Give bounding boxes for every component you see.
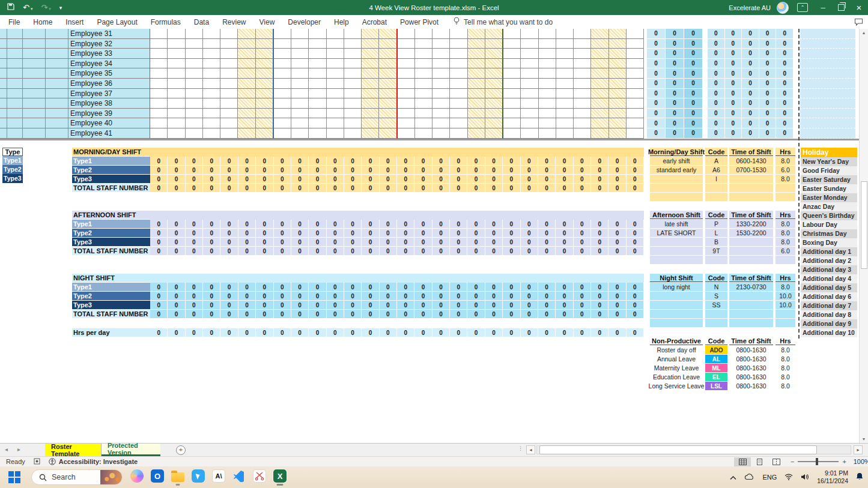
shift-value-cell[interactable]: 0 [609,310,626,319]
shift-value-cell[interactable]: 0 [327,157,344,166]
shift-value-cell[interactable]: 0 [503,220,520,229]
shift-value-cell[interactable]: 0 [591,238,609,247]
minimize-button[interactable]: – [814,0,832,15]
day-cell[interactable] [574,49,591,59]
day-cell[interactable] [521,98,538,109]
shift-value-cell[interactable]: 0 [150,175,168,184]
day-cell[interactable] [485,39,503,49]
day-cell[interactable] [468,109,485,119]
day-cell[interactable] [627,39,644,49]
day-cell[interactable] [168,89,185,99]
side-code-cell[interactable]: A [705,157,727,165]
shift-value-cell[interactable]: 0 [362,238,379,247]
day-cell[interactable] [203,109,220,119]
day-cell[interactable] [574,128,591,139]
day-cell[interactable] [432,68,450,79]
day-cell[interactable] [186,128,203,139]
day-cell[interactable] [503,109,521,119]
holiday-item[interactable]: Additional day 1 [801,247,857,256]
shift-value-cell[interactable]: 0 [591,166,609,175]
day-cell[interactable] [503,59,521,69]
shift-value-cell[interactable]: 0 [150,166,168,175]
left-cell[interactable] [46,39,68,49]
day-cell[interactable] [309,118,326,128]
day-cell[interactable] [539,59,556,69]
shift-value-cell[interactable]: 0 [344,238,362,247]
summary-cell[interactable]: 0 [708,109,725,119]
day-cell[interactable] [521,68,538,79]
day-cell[interactable] [574,39,591,49]
day-cell[interactable] [220,29,238,39]
shift-value-cell[interactable]: 0 [556,184,573,193]
blue-app-icon[interactable] [191,469,205,483]
side-name-cell[interactable] [650,256,703,264]
day-cell[interactable] [450,49,467,59]
shift-value-cell[interactable]: 0 [609,247,626,256]
employee-name-cell[interactable]: Employee 31 [68,29,150,39]
summary-cell[interactable]: 0 [725,68,742,79]
day-cell[interactable] [327,39,344,49]
shift-value-cell[interactable]: 0 [274,310,291,319]
day-cell[interactable] [468,118,485,128]
shift-value-cell[interactable]: 0 [309,157,326,166]
day-cell[interactable] [556,98,574,109]
side-time-cell[interactable] [729,184,773,192]
shift-value-cell[interactable]: 0 [397,301,414,310]
shift-value-cell[interactable]: 0 [450,292,467,301]
shift-value-cell[interactable]: 0 [609,283,626,292]
employee-name-cell[interactable]: Employee 38 [68,98,150,109]
side-name-cell[interactable]: Maternity Leave [650,364,703,372]
day-cell[interactable] [238,128,255,139]
page-break-preview-button[interactable] [768,457,785,466]
day-cell[interactable] [238,39,255,49]
shift-value-cell[interactable]: 0 [168,220,185,229]
shift-value-cell[interactable]: 0 [432,310,450,319]
day-cell[interactable] [432,118,450,128]
shift-value-cell[interactable]: 0 [591,310,609,319]
summary-cell[interactable]: 0 [776,29,794,39]
day-cell[interactable] [591,39,609,49]
day-cell[interactable] [627,29,644,39]
day-cell[interactable] [485,29,503,39]
day-cell[interactable] [327,68,344,79]
day-cell[interactable] [238,89,255,99]
day-cell[interactable] [362,59,379,69]
day-cell[interactable] [521,39,538,49]
left-cell[interactable] [23,49,46,59]
day-cell[interactable] [327,29,344,39]
shift-value-cell[interactable]: 0 [150,157,168,166]
shift-value-cell[interactable]: 0 [291,247,309,256]
hscroll-left-arrow[interactable]: ◂ [526,445,535,454]
comments-icon[interactable] [854,18,863,28]
summary-cell[interactable]: 0 [725,29,742,39]
shift-value-cell[interactable]: 0 [309,238,326,247]
left-cell[interactable] [46,109,68,119]
day-cell[interactable] [539,118,556,128]
day-cell[interactable] [168,128,185,139]
shift-value-cell[interactable]: 0 [220,184,238,193]
day-cell[interactable] [256,109,274,119]
summary-cell[interactable]: 0 [647,39,666,49]
shift-value-cell[interactable]: 0 [397,229,414,238]
shift-value-cell[interactable]: 0 [327,229,344,238]
side-hrs-cell[interactable]: 8.0 [775,382,795,390]
day-cell[interactable] [485,128,503,139]
left-cell[interactable] [0,128,7,139]
shift-value-cell[interactable]: 0 [627,301,644,310]
day-cell[interactable] [344,89,362,99]
summary-cell[interactable]: 0 [759,89,777,99]
day-cell[interactable] [574,109,591,119]
shift-value-cell[interactable]: 0 [538,283,556,292]
day-cell[interactable] [503,79,521,89]
shift-value-cell[interactable]: 0 [591,220,609,229]
left-cell[interactable] [7,118,23,128]
day-cell[interactable] [485,68,503,79]
shift-value-cell[interactable]: 0 [186,238,203,247]
shift-value-cell[interactable]: 0 [397,220,414,229]
left-cell[interactable] [23,79,46,89]
day-cell[interactable] [627,49,644,59]
shift-value-cell[interactable]: 0 [556,247,573,256]
day-cell[interactable] [503,89,521,99]
day-cell[interactable] [398,39,415,49]
shift-value-cell[interactable]: 0 [327,292,344,301]
